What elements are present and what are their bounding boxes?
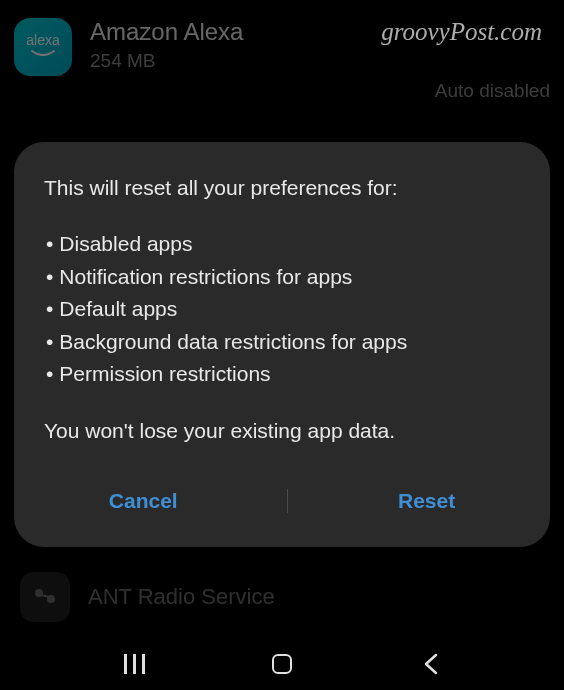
back-icon bbox=[422, 652, 438, 676]
ant-app-name: ANT Radio Service bbox=[88, 584, 275, 610]
dialog-note: You won't lose your existing app data. bbox=[44, 419, 520, 443]
button-divider bbox=[287, 489, 288, 513]
list-item-text: Notification restrictions for apps bbox=[59, 261, 352, 294]
navigation-bar bbox=[0, 638, 564, 690]
recent-apps-button[interactable] bbox=[114, 644, 154, 684]
recent-apps-icon bbox=[124, 654, 145, 674]
list-item: •Background data restrictions for apps bbox=[44, 326, 520, 359]
back-button[interactable] bbox=[410, 644, 450, 684]
list-item: •Permission restrictions bbox=[44, 358, 520, 391]
dialog-actions: Cancel Reset bbox=[44, 477, 520, 527]
list-item: •Default apps bbox=[44, 293, 520, 326]
reset-button[interactable]: Reset bbox=[378, 481, 475, 521]
list-item-text: Background data restrictions for apps bbox=[59, 326, 407, 359]
list-item: •Notification restrictions for apps bbox=[44, 261, 520, 294]
watermark: groovyPost.com bbox=[381, 18, 542, 46]
reset-preferences-dialog: This will reset all your preferences for… bbox=[14, 142, 550, 547]
ant-app-icon bbox=[20, 572, 70, 622]
app-status: Auto disabled bbox=[90, 80, 550, 102]
app-size: 254 MB bbox=[90, 50, 550, 72]
app-row-ant: ANT Radio Service bbox=[0, 560, 564, 634]
cancel-button[interactable]: Cancel bbox=[89, 481, 198, 521]
list-item-text: Default apps bbox=[59, 293, 177, 326]
home-button[interactable] bbox=[262, 644, 302, 684]
dialog-list: •Disabled apps •Notification restriction… bbox=[44, 228, 520, 391]
alexa-app-icon: alexa bbox=[14, 18, 72, 76]
list-item: •Disabled apps bbox=[44, 228, 520, 261]
dialog-title: This will reset all your preferences for… bbox=[44, 176, 520, 200]
list-item-text: Disabled apps bbox=[59, 228, 192, 261]
home-icon bbox=[272, 654, 292, 674]
list-item-text: Permission restrictions bbox=[59, 358, 270, 391]
